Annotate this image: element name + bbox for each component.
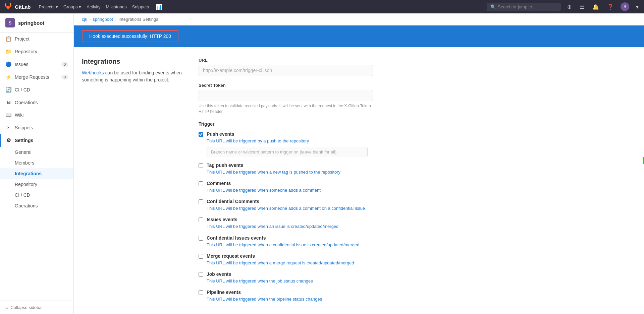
sidebar-item-issues[interactable]: 🔵 Issues 0 [0,58,73,71]
sidebar-sub-operations[interactable]: Operations [0,200,73,211]
sidebar-item-merge-requests[interactable]: ⚡ Merge Requests 0 [0,71,73,83]
merge-requests-icon: ⚡ [5,74,11,80]
confidential-issues-events-checkbox[interactable] [199,236,203,241]
nav-snippets[interactable]: Snippets [132,4,149,9]
settings-icon: ⚙ [5,137,11,143]
nav-projects[interactable]: Projects ▾ [39,4,58,9]
sidebar-project[interactable]: S springboot [0,13,73,33]
issues-icon: 🔵 [5,61,11,67]
sidebar-item-label: Repository [15,49,37,54]
user-avatar[interactable]: S [621,2,629,11]
issues-badge: 0 [61,62,68,67]
breadcrumb-springboot[interactable]: springboot [93,17,113,22]
trigger-push-events: Push events This URL will be triggered b… [199,131,636,157]
sidebar-sub-members[interactable]: Members [0,158,73,168]
confidential-comments-checkbox[interactable] [199,199,203,204]
job-events-desc: This URL will be triggered when the job … [207,278,636,284]
trigger-issues-events: Issues events This URL will be triggered… [199,217,636,230]
merge-request-events-desc: This URL will be triggered when a merge … [207,260,636,266]
issues-icon[interactable]: 🔔 [591,4,600,10]
project-icon: 📋 [5,36,11,42]
sidebar: S springboot 📋 Project 📁 Repository 🔵 Is… [0,13,74,314]
sidebar-sub-repository[interactable]: Repository [0,179,73,190]
branch-pattern-input[interactable] [207,147,368,157]
pipeline-events-title: Pipeline events [207,290,241,295]
plus-icon[interactable]: ⊕ [566,4,573,10]
sidebar-item-operations[interactable]: 🖥 Operations [0,96,73,109]
merge-request-events-checkbox[interactable] [199,254,203,259]
nav-milestones[interactable]: Milestones [106,4,127,9]
token-label: Secret Token [199,83,636,88]
webhooks-link[interactable]: Webhooks [82,70,104,75]
sidebar-item-label: Settings [15,138,33,143]
token-hint: Use this token to validate received payl… [199,103,373,115]
job-events-checkbox[interactable] [199,272,203,277]
avatar-arrow[interactable]: ▾ [635,4,640,10]
url-input[interactable] [199,65,373,76]
sidebar-item-label: Wiki [15,112,23,118]
pipeline-events-desc: This URL will be triggered when the pipe… [207,296,636,302]
snippets-icon: ✂ [5,125,11,131]
sidebar-item-label: CI / CD [15,87,30,92]
trigger-confidential-issues-events: Confidential Issues events This URL will… [199,235,636,248]
flash-notification: Hook executed successfully: HTTP 200 [74,25,644,47]
content-area: cjk › springboot › Integrations Settings… [74,13,644,314]
nav-chart-icon[interactable]: 📊 [154,4,164,10]
trigger-comments: Comments This URL will be triggered when… [199,181,636,193]
page-right: URL Secret Token Use this token to valid… [199,58,636,309]
repository-icon: 📁 [5,49,11,55]
trigger-tag-push-events: Tag push events This URL will be trigger… [199,163,636,175]
pipeline-events-checkbox[interactable] [199,290,203,295]
token-input[interactable] [199,90,373,101]
help-icon[interactable]: ❓ [606,4,615,10]
search-icon: 🔍 [490,4,496,9]
url-label: URL [199,58,636,63]
breadcrumb: cjk › springboot › Integrations Settings [74,13,644,25]
breadcrumb-current: Integrations Settings [118,17,158,22]
sidebar-sub-integrations[interactable]: Integrations [0,168,73,179]
sidebar-item-project[interactable]: 📋 Project [0,33,73,45]
nav-groups[interactable]: Groups ▾ [63,4,81,9]
merge-requests-badge: 0 [61,75,68,79]
issues-events-desc: This URL will be triggered when an issue… [207,224,636,230]
breadcrumb-sep-1: › [89,17,91,22]
top-nav: GitLab Projects ▾ Groups ▾ Activity Mile… [0,0,644,13]
search-box[interactable]: 🔍 Search or jump to... [487,3,560,11]
project-name: springboot [18,20,44,26]
trigger-job-events: Job events This URL will be triggered wh… [199,271,636,284]
page-content: Integrations Webhooks can be used for bi… [74,47,644,314]
sidebar-item-label: Snippets [15,125,33,130]
sidebar-item-ci-cd[interactable]: 🔄 CI / CD [0,83,73,96]
push-events-desc: This URL will be triggered by a push to … [207,138,636,144]
collapse-sidebar-button[interactable]: « Collapse sidebar [0,301,73,314]
comments-checkbox[interactable] [199,181,203,186]
merge-request-events-title: Merge request events [207,253,255,259]
comments-title: Comments [207,181,231,186]
sidebar-item-repository[interactable]: 📁 Repository [0,45,73,58]
sidebar-sub-general[interactable]: General [0,147,73,158]
job-events-title: Job events [207,271,231,277]
breadcrumb-cjk[interactable]: cjk [82,17,87,22]
sidebar-toggle-icon[interactable]: ☰ [578,4,586,10]
tag-push-events-checkbox[interactable] [199,163,203,168]
scroll-indicator [643,157,644,164]
collapse-label: Collapse sidebar [10,305,43,310]
issues-events-checkbox[interactable] [199,217,203,222]
sidebar-item-snippets[interactable]: ✂ Snippets [0,121,73,134]
project-avatar: S [5,18,15,27]
confidential-issues-events-title: Confidential Issues events [207,235,266,241]
gitlab-logo[interactable]: GitLab [4,3,31,11]
nav-activity[interactable]: Activity [87,4,100,9]
trigger-label: Trigger [199,121,636,127]
sidebar-item-settings[interactable]: ⚙ Settings [0,134,73,147]
ci-cd-icon: 🔄 [5,87,11,93]
push-events-checkbox[interactable] [199,132,203,137]
token-field-group: Secret Token Use this token to validate … [199,83,636,115]
page-title: Integrations [82,58,182,65]
flash-message-box: Hook executed successfully: HTTP 200 [82,30,178,42]
wiki-icon: 📖 [5,112,11,118]
sidebar-item-wiki[interactable]: 📖 Wiki [0,109,73,121]
sidebar-sub-ci-cd[interactable]: CI / CD [0,190,73,200]
breadcrumb-sep-2: › [115,17,116,22]
comments-desc: This URL will be triggered when someone … [207,187,636,193]
